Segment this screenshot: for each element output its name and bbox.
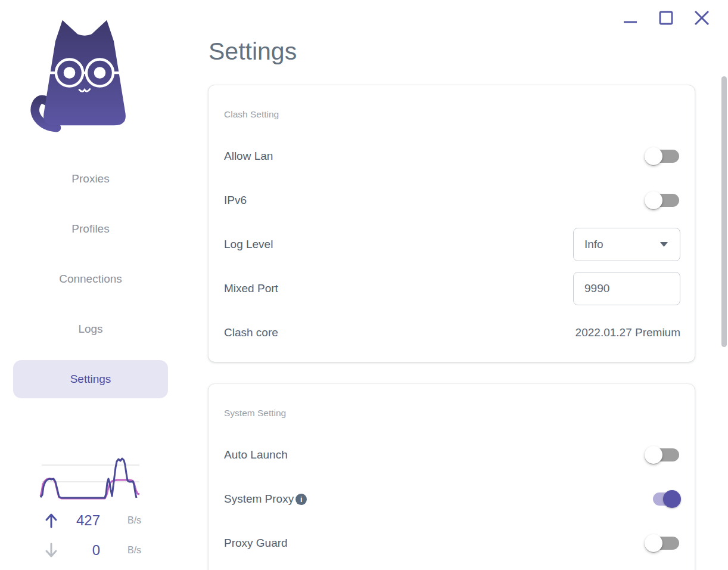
- log-level-select[interactable]: Info: [573, 228, 680, 261]
- setting-row-auto-launch: Auto Launch: [224, 433, 680, 477]
- mixed-port-input[interactable]: [573, 272, 680, 305]
- system-setting-card: System Setting Auto Launch System Proxy …: [209, 384, 695, 570]
- sidebar-item-profiles[interactable]: Profiles: [13, 210, 168, 248]
- proxy-guard-toggle[interactable]: [645, 534, 680, 552]
- setting-row-log-level: Log Level Info: [224, 222, 680, 267]
- chevron-down-icon: [660, 242, 668, 247]
- sidebar-item-proxies[interactable]: Proxies: [13, 160, 168, 198]
- clash-cat-logo: [26, 16, 143, 132]
- clash-core-version: 2022.01.27 Premium: [575, 326, 680, 339]
- upload-stat-row: 427 B/s: [0, 506, 182, 535]
- download-stat-row: 0 B/s: [0, 535, 182, 565]
- toggle-knob: [645, 446, 662, 464]
- setting-row-mixed-port: Mixed Port: [224, 267, 680, 311]
- download-arrow-icon: [44, 543, 58, 558]
- upload-arrow-icon: [44, 513, 58, 528]
- upload-series-line: [41, 459, 136, 498]
- info-icon[interactable]: i: [295, 494, 307, 505]
- download-speed-value: 0: [58, 542, 100, 559]
- setting-row-allow-lan: Allow Lan: [224, 134, 680, 178]
- sidebar-item-label: Settings: [70, 373, 111, 386]
- toggle-knob: [645, 534, 662, 552]
- setting-label-text: System Proxy: [224, 492, 294, 506]
- sidebar-item-settings[interactable]: Settings: [13, 360, 168, 398]
- setting-label: Mixed Port: [224, 282, 278, 295]
- main-content: Settings Clash Setting Allow Lan IPv6 Lo…: [209, 0, 695, 570]
- log-level-value: Info: [584, 238, 660, 251]
- setting-label: Auto Launch: [224, 448, 288, 461]
- toggle-knob: [663, 490, 681, 508]
- setting-label: Log Level: [224, 238, 273, 251]
- setting-label: Clash core: [224, 326, 278, 339]
- close-icon: [694, 10, 710, 26]
- traffic-graph: [39, 452, 142, 501]
- setting-label: IPv6: [224, 194, 247, 207]
- card-title: System Setting: [224, 408, 680, 419]
- setting-label: System Proxy i: [224, 492, 307, 506]
- allow-lan-toggle[interactable]: [645, 147, 680, 165]
- ipv6-toggle[interactable]: [645, 191, 680, 209]
- setting-row-system-proxy: System Proxy i: [224, 477, 680, 521]
- auto-launch-toggle[interactable]: [645, 446, 680, 464]
- setting-row-proxy-guard: Proxy Guard: [224, 521, 680, 565]
- setting-row-clash-core: Clash core 2022.01.27 Premium: [224, 311, 680, 355]
- setting-row-ipv6: IPv6: [224, 178, 680, 222]
- sidebar-item-label: Connections: [59, 272, 122, 286]
- clash-settings-window: Proxies Profiles Connections Logs Settin…: [0, 0, 728, 570]
- sidebar-item-label: Proxies: [71, 172, 109, 185]
- upload-speed-unit: B/s: [127, 515, 141, 526]
- sidebar: Proxies Profiles Connections Logs Settin…: [0, 0, 182, 570]
- traffic-stats: 427 B/s 0 B/s: [0, 506, 182, 565]
- sidebar-item-connections[interactable]: Connections: [13, 260, 168, 298]
- setting-label: Proxy Guard: [224, 537, 288, 550]
- sidebar-item-logs[interactable]: Logs: [13, 310, 168, 348]
- sidebar-item-label: Logs: [78, 323, 102, 336]
- scrollbar-thumb[interactable]: [721, 76, 727, 347]
- sidebar-nav: Proxies Profiles Connections Logs Settin…: [13, 160, 168, 410]
- clash-setting-card: Clash Setting Allow Lan IPv6 Log Level: [209, 85, 695, 362]
- toggle-knob: [645, 147, 662, 165]
- sidebar-item-label: Profiles: [71, 222, 109, 236]
- page-title: Settings: [209, 37, 695, 66]
- upload-speed-value: 427: [58, 512, 100, 529]
- card-title: Clash Setting: [224, 109, 680, 120]
- toggle-knob: [645, 191, 662, 209]
- download-speed-unit: B/s: [127, 545, 141, 556]
- setting-label: Allow Lan: [224, 150, 273, 163]
- system-proxy-toggle[interactable]: [645, 490, 680, 508]
